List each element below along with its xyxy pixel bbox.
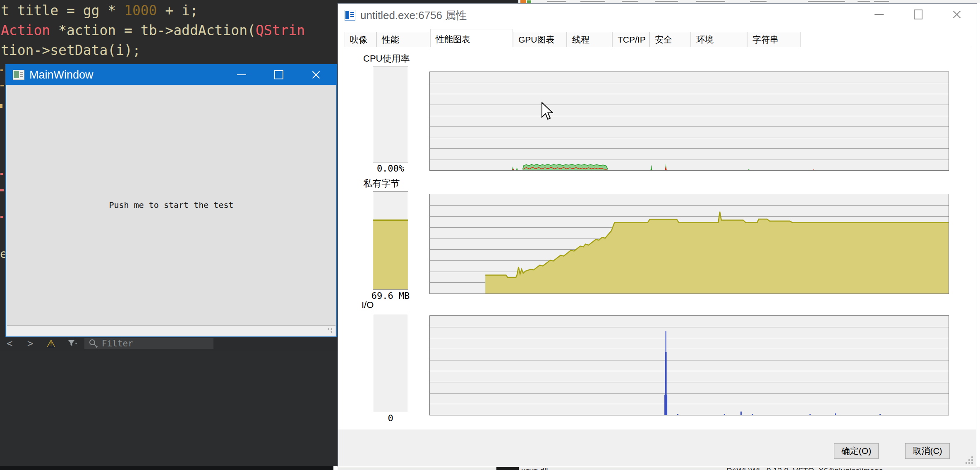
- window-corner-sliver: [333, 466, 338, 470]
- filter-funnel-icon[interactable]: [68, 340, 77, 348]
- cpu-current-value: 0.00%: [353, 163, 428, 174]
- close-icon: [311, 70, 321, 79]
- warning-icon[interactable]: ⚠: [46, 337, 55, 350]
- back-icon[interactable]: <: [7, 337, 12, 350]
- maximize-button[interactable]: [266, 65, 292, 85]
- tab-1[interactable]: 映像: [345, 32, 376, 47]
- dialog-footer: 确定(O) 取消(C): [338, 429, 976, 466]
- filter-placeholder: Filter: [102, 339, 133, 348]
- tab-9[interactable]: 字符串: [747, 32, 801, 47]
- mainwindow-title: MainWindow: [29, 69, 93, 81]
- io-section-label: I/O: [362, 300, 374, 310]
- mainwindow-titlebar[interactable]: MainWindow: [6, 65, 336, 85]
- process-explorer-top-sliver: [518, 0, 980, 3]
- code-line: Action *action = tb->addAction(QStrin: [1, 21, 305, 41]
- io-mini-panel: [373, 314, 408, 412]
- tab-3[interactable]: 性能图表: [430, 29, 513, 47]
- code-fragment: [0, 173, 3, 175]
- tab-7[interactable]: 安全: [649, 32, 691, 47]
- editor-top-sliver: [338, 0, 518, 3]
- search-icon: [89, 339, 98, 348]
- filter-search-input[interactable]: Filter: [84, 338, 213, 349]
- resize-grip-icon[interactable]: [327, 328, 333, 334]
- mouse-cursor-icon: [541, 102, 555, 122]
- io-current-value: 0: [353, 413, 428, 423]
- tab-4[interactable]: GPU图表: [513, 32, 567, 47]
- process-doc-icon: [345, 10, 355, 21]
- mainwindow-client-area: Push me to start the test: [7, 85, 335, 325]
- process-explorer-icon: [520, 0, 526, 3]
- cancel-button[interactable]: 取消(C): [905, 443, 950, 459]
- forward-icon[interactable]: >: [27, 337, 33, 350]
- code-fragment: [0, 69, 3, 71]
- tab-2[interactable]: 性能: [376, 32, 430, 47]
- close-button[interactable]: [303, 65, 329, 85]
- dialog-titlebar[interactable]: untitled.exe:6756 属性: [338, 4, 977, 27]
- close-icon: [952, 10, 961, 19]
- dll-name-text: usvg.dll: [521, 467, 548, 470]
- ide-output-pane: [0, 350, 338, 470]
- code-lines: t title = gg * 1000 + i;Action *action =…: [1, 1, 305, 60]
- ok-button[interactable]: 确定(O): [834, 443, 879, 459]
- dialog-title: untitled.exe:6756 属性: [360, 8, 467, 23]
- tab-5[interactable]: 线程: [567, 32, 612, 47]
- dialog-resize-grip-icon[interactable]: [966, 456, 974, 464]
- properties-dialog: untitled.exe:6756 属性 映像性能性能图表GPU图表线程TCP/…: [338, 3, 977, 467]
- minimize-button[interactable]: [229, 65, 254, 85]
- code-fragment: [0, 189, 4, 191]
- tab-8[interactable]: 环境: [691, 32, 747, 47]
- cpu-mini-panel: [373, 67, 408, 162]
- mainwindow-app-icon: [13, 70, 24, 80]
- private-bytes-mini-panel: [373, 191, 408, 290]
- selected-row-sliver: [496, 467, 519, 470]
- dialog-minimize-button[interactable]: [866, 5, 892, 24]
- io-graph: [429, 315, 949, 415]
- private-bytes-mini-fill: [373, 219, 408, 289]
- code-fragment: [0, 85, 4, 86]
- code-line: tion->setData(i);: [1, 41, 305, 60]
- tab-6[interactable]: TCP/IP: [612, 32, 649, 47]
- private-bytes-graph: [429, 194, 949, 294]
- dialog-tabs: 映像性能性能图表GPU图表线程TCP/IP安全环境字符串: [345, 31, 970, 47]
- dll-path-text: D:\WL\WL_9.12.9_VSTO_X64\plugins\image: [726, 467, 883, 470]
- mainwindow-statusbar: [7, 325, 335, 336]
- cpu-usage-graph: [429, 72, 949, 171]
- code-fragment: [0, 104, 2, 108]
- taskbar-sliver: [0, 466, 333, 470]
- dialog-maximize-button[interactable]: [905, 5, 931, 24]
- mainwindow-window: MainWindow Push me to start the test: [5, 64, 337, 337]
- ide-issues-toolbar: < > ⚠ Filter: [0, 337, 338, 350]
- process-explorer-icon-part: [527, 0, 531, 3]
- push-me-button[interactable]: Push me to start the test: [7, 200, 335, 210]
- process-explorer-bottom-sliver: usvg.dll D:\WL\WL_9.12.9_VSTO_X64\plugin…: [338, 467, 980, 470]
- code-fragment: [0, 216, 3, 218]
- cpu-section-label: CPU使用率: [363, 52, 410, 65]
- private-bytes-section-label: 私有字节: [363, 177, 400, 190]
- dialog-close-button[interactable]: [944, 5, 970, 24]
- code-line: t title = gg * 1000 + i;: [1, 1, 305, 21]
